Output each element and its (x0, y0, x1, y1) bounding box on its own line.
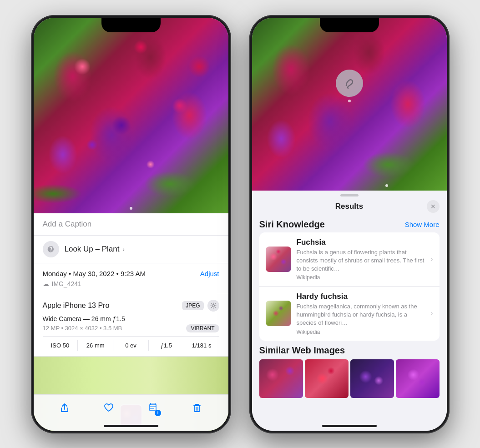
fuchsia-name: Fuchsia (297, 238, 425, 247)
device-name: Apple iPhone 13 Pro (43, 302, 110, 310)
adjust-button[interactable]: Adjust (200, 270, 219, 277)
flower-photo-left[interactable] (34, 18, 228, 213)
file-row: ☁ IMG_4241 (43, 280, 219, 287)
lookup-label: Look Up – Plant › (65, 245, 125, 254)
exif-iso: ISO 50 (43, 340, 78, 351)
info-badge: i (155, 410, 161, 416)
web-images-section: Similar Web Images (252, 342, 447, 398)
fuchsia-text: Fuchsia Fuchsia is a genus of flowering … (297, 238, 425, 281)
show-more-button[interactable]: Show More (405, 221, 440, 228)
delete-button[interactable] (187, 398, 207, 418)
knowledge-card: Fuchsia Fuchsia is a genus of flowering … (259, 232, 440, 341)
results-sheet: Results ✕ Siri Knowledge Show More (252, 191, 447, 431)
flower-photo-right[interactable] (252, 18, 447, 191)
web-image-2[interactable] (305, 359, 349, 398)
exif-shutter: 1/181 s (184, 340, 219, 351)
hardy-fuchsia-item[interactable]: Hardy fuchsia Fuchsia magellanica, commo… (259, 287, 440, 341)
right-home-indicator (322, 425, 377, 427)
hardy-fuchsia-chevron: › (430, 309, 433, 317)
right-notch (320, 18, 379, 32)
page-indicator (130, 207, 132, 210)
badges: JPEG (182, 300, 219, 312)
web-image-1[interactable] (259, 359, 303, 398)
fuchsia-description: Fuchsia is a genus of flowering plants t… (297, 248, 425, 273)
phones-container: Add a Caption Look Up – Plant › (31, 15, 450, 433)
web-image-4[interactable] (396, 359, 440, 398)
notch (101, 18, 161, 32)
right-page-indicator (385, 184, 388, 187)
info-section: Monday • May 30, 2022 • 9:23 AM Adjust ☁… (34, 263, 228, 294)
date-row: Monday • May 30, 2022 • 9:23 AM Adjust (43, 270, 219, 277)
cloud-icon: ☁ (43, 280, 49, 287)
heart-button[interactable] (99, 398, 119, 418)
share-button[interactable] (55, 398, 75, 418)
vibrant-badge: VIBRANT (186, 324, 219, 332)
hardy-fuchsia-description: Fuchsia magellanica, commonly known as t… (297, 302, 425, 327)
caption-area[interactable]: Add a Caption (34, 213, 228, 236)
lookup-icon (43, 241, 59, 257)
left-phone-inner: Add a Caption Look Up – Plant › (34, 18, 228, 431)
mp-row: 12 MP • 3024 × 4032 • 3.5 MB VIBRANT (43, 324, 219, 332)
fuchsia-chevron: › (430, 255, 433, 263)
right-phone-inner: Results ✕ Siri Knowledge Show More (252, 18, 447, 431)
hardy-fuchsia-name: Hardy fuchsia (297, 292, 425, 301)
date-text: Monday • May 30, 2022 • 9:23 AM (43, 270, 146, 277)
siri-dot (348, 100, 351, 102)
siri-circle (336, 70, 363, 97)
close-button[interactable]: ✕ (427, 200, 440, 213)
info-button[interactable]: i (143, 398, 163, 418)
fuchsia-item[interactable]: Fuchsia Fuchsia is a genus of flowering … (259, 232, 440, 287)
file-name: IMG_4241 (52, 280, 81, 287)
caption-placeholder: Add a Caption (43, 220, 92, 228)
mp-text: 12 MP • 3024 × 4032 • 3.5 MB (43, 325, 122, 332)
siri-knowledge-title: Siri Knowledge (259, 219, 325, 230)
exif-mm: 26 mm (78, 340, 113, 351)
device-header: Apple iPhone 13 Pro JPEG (43, 300, 219, 312)
svg-point-0 (51, 251, 51, 252)
gear-icon[interactable] (207, 300, 219, 312)
left-screen: Add a Caption Look Up – Plant › (34, 18, 228, 431)
exif-ev: 0 ev (113, 340, 149, 351)
left-phone: Add a Caption Look Up – Plant › (31, 15, 231, 433)
hardy-fuchsia-thumbnail (266, 301, 291, 326)
web-images-row (259, 359, 440, 398)
web-images-title: Similar Web Images (259, 345, 440, 356)
exif-aperture: ƒ1.5 (149, 340, 184, 351)
device-section: Apple iPhone 13 Pro JPEG Wide Camera (34, 294, 228, 357)
fuchsia-source: Wikipedia (297, 274, 425, 281)
lookup-row[interactable]: Look Up – Plant › (34, 236, 228, 263)
section-header: Siri Knowledge Show More (259, 216, 440, 232)
exif-row: ISO 50 26 mm 0 ev ƒ1.5 1/181 s (43, 336, 219, 351)
sheet-handle[interactable] (340, 194, 359, 196)
jpeg-badge: JPEG (182, 301, 203, 310)
sheet-title: Results (335, 202, 363, 211)
home-indicator (104, 425, 158, 427)
right-screen: Results ✕ Siri Knowledge Show More (252, 18, 447, 431)
hardy-fuchsia-source: Wikipedia (297, 329, 425, 335)
hardy-fuchsia-text: Hardy fuchsia Fuchsia magellanica, commo… (297, 292, 425, 335)
right-phone: Results ✕ Siri Knowledge Show More (249, 15, 450, 433)
knowledge-section: Siri Knowledge Show More Fuchsia Fuchsia… (252, 216, 447, 342)
fuchsia-thumbnail (266, 247, 291, 272)
camera-info: Wide Camera — 26 mm ƒ1.5 (43, 315, 219, 322)
svg-point-1 (212, 304, 214, 307)
web-image-3[interactable] (350, 359, 394, 398)
sheet-header: Results ✕ (252, 200, 447, 216)
